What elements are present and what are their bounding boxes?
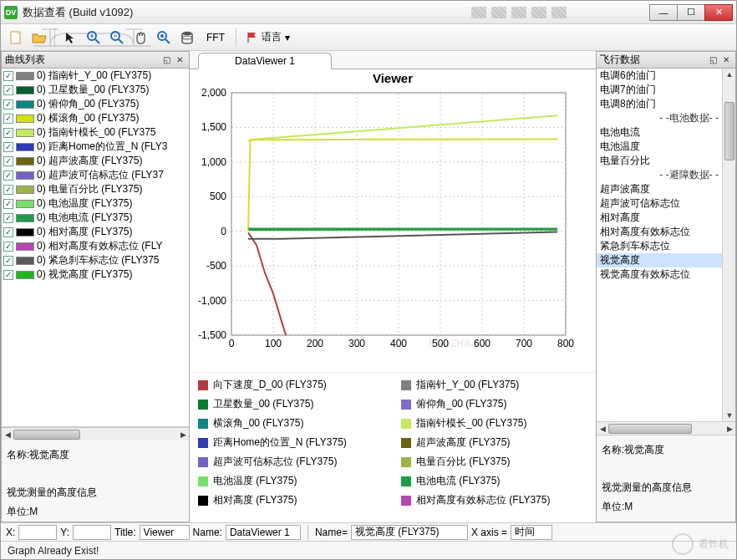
chart-area[interactable]: Viewer 0100200300400500600700800-1,500-1…	[190, 69, 596, 372]
titlebar[interactable]: DV 数据查看 (Build v1092) — ☐ ✕	[1, 1, 736, 24]
new-file-button[interactable]	[6, 28, 26, 48]
close-button[interactable]: ✕	[704, 4, 733, 21]
vertical-scrollbar[interactable]: ▲ ▼	[722, 69, 735, 421]
series-row[interactable]: ✓ 0) 相对高度 (FLY375)	[2, 225, 189, 239]
title-input[interactable]	[140, 525, 190, 540]
series-list[interactable]: ✓ 0) 指南针_Y_00 (FLY375)✓ 0) 卫星数量_00 (FLY3…	[2, 69, 189, 427]
checkbox-icon[interactable]: ✓	[3, 128, 13, 138]
series-row[interactable]: ✓ 0) 电池电流 (FLY375)	[2, 211, 189, 225]
series-row[interactable]: ✓ 0) 俯仰角_00 (FLY375)	[2, 97, 189, 111]
legend-item[interactable]: 超声波可信标志位 (FLY375)	[198, 455, 384, 469]
color-swatch	[16, 72, 34, 80]
legend-item[interactable]: 指南针_Y_00 (FLY375)	[401, 378, 587, 392]
legend-item[interactable]: 向下速度_D_00 (FLY375)	[198, 378, 384, 392]
scroll-right-icon[interactable]: ▶	[724, 422, 735, 435]
series-row[interactable]: ✓ 0) 紧急刹车标志位 (FLY375	[2, 253, 189, 267]
horizontal-scrollbar[interactable]: ◀ ▶	[2, 427, 189, 440]
legend-item[interactable]: 电池温度 (FLY375)	[198, 474, 384, 488]
series-row[interactable]: ✓ 0) 视觉高度 (FLY375)	[2, 267, 189, 282]
legend-item[interactable]: 卫星数量_00 (FLY375)	[198, 397, 384, 411]
name-input[interactable]	[226, 525, 301, 540]
flight-data-row[interactable]: 电调8的油门	[597, 97, 735, 111]
scroll-right-icon[interactable]: ▶	[177, 428, 189, 441]
flight-data-row[interactable]: 紧急刹车标志位	[597, 239, 735, 253]
series-row[interactable]: ✓ 0) 横滚角_00 (FLY375)	[2, 111, 189, 125]
legend-item[interactable]: 横滚角_00 (FLY375)	[198, 416, 384, 430]
legend-item[interactable]: 电量百分比 (FLY375)	[401, 455, 587, 469]
checkbox-icon[interactable]: ✓	[3, 142, 13, 152]
scrollbar-thumb[interactable]	[724, 102, 734, 160]
database-button[interactable]	[177, 28, 197, 48]
legend-item[interactable]: 电池电流 (FLY375)	[401, 474, 587, 488]
checkbox-icon[interactable]: ✓	[3, 270, 13, 280]
checkbox-icon[interactable]: ✓	[3, 71, 13, 81]
y-input[interactable]	[73, 525, 111, 540]
flight-data-row[interactable]: 视觉高度有效标志位	[597, 267, 735, 282]
chart-canvas[interactable]: 0100200300400500600700800-1,500-1,000-50…	[190, 84, 574, 360]
checkbox-icon[interactable]: ✓	[3, 171, 13, 181]
checkbox-icon[interactable]: ✓	[3, 199, 13, 209]
flight-data-row[interactable]: 视觉高度	[597, 253, 735, 267]
checkbox-icon[interactable]: ✓	[3, 85, 13, 95]
legend-item[interactable]: 俯仰角_00 (FLY375)	[401, 397, 587, 411]
legend-item[interactable]: 相对高度有效标志位 (FLY375)	[401, 493, 587, 507]
legend-item[interactable]: 相对高度 (FLY375)	[198, 493, 384, 507]
panel-float-button[interactable]: ◱	[707, 54, 719, 66]
checkbox-icon[interactable]: ✓	[3, 242, 13, 252]
cursor-tool-button[interactable]	[60, 28, 80, 48]
scrollbar-thumb[interactable]	[13, 430, 80, 440]
name2-input[interactable]	[351, 525, 468, 540]
legend-item[interactable]: 距离Home的位置_N (FLY375)	[198, 435, 384, 450]
flight-data-list[interactable]: 电调6的油门电调7的油门电调8的油门- -电池数据- -电池电流电池温度电量百分…	[597, 69, 735, 421]
scrollbar-thumb[interactable]	[608, 424, 692, 434]
scroll-left-icon[interactable]: ◀	[2, 428, 13, 441]
zoom-in-button[interactable]	[84, 28, 104, 48]
tab-dataviewer1[interactable]: DataViewer 1	[198, 53, 332, 69]
panel-float-button[interactable]: ◱	[160, 54, 172, 66]
series-row[interactable]: ✓ 0) 距离Home的位置_N (FLY3	[2, 140, 189, 154]
legend-item[interactable]: 指南针模长_00 (FLY375)	[401, 416, 587, 430]
panel-close-button[interactable]: ✕	[174, 54, 186, 66]
open-folder-button[interactable]	[29, 28, 49, 48]
checkbox-icon[interactable]: ✓	[3, 185, 13, 195]
scroll-left-icon[interactable]: ◀	[597, 422, 608, 435]
series-row[interactable]: ✓ 0) 相对高度有效标志位 (FLY	[2, 239, 189, 253]
flight-data-row[interactable]: 超声波高度	[597, 182, 735, 196]
language-menu[interactable]: 语言 ▾	[241, 30, 295, 44]
zoom-fit-button[interactable]	[154, 28, 174, 48]
checkbox-icon[interactable]: ✓	[3, 227, 13, 237]
panel-close-button[interactable]: ✕	[720, 54, 732, 66]
flight-data-row[interactable]: 相对高度有效标志位	[597, 225, 735, 239]
scroll-up-icon[interactable]: ▲	[723, 69, 735, 80]
checkbox-icon[interactable]: ✓	[3, 213, 13, 223]
series-row[interactable]: ✓ 0) 卫星数量_00 (FLY375)	[2, 83, 189, 97]
checkbox-icon[interactable]: ✓	[3, 114, 13, 124]
series-row[interactable]: ✓ 0) 指南针_Y_00 (FLY375)	[2, 69, 189, 83]
maximize-button[interactable]: ☐	[677, 4, 705, 21]
legend-item[interactable]: 超声波高度 (FLY375)	[401, 435, 587, 450]
checkbox-icon[interactable]: ✓	[3, 256, 13, 266]
fft-button[interactable]: FFT	[201, 28, 231, 48]
flight-data-row[interactable]: 电池电流	[597, 125, 735, 140]
series-row[interactable]: ✓ 0) 超声波高度 (FLY375)	[2, 154, 189, 168]
series-row[interactable]: ✓ 0) 指南针模长_00 (FLY375	[2, 125, 189, 140]
xaxis-input[interactable]	[511, 525, 552, 540]
flight-data-row[interactable]: 电调6的油门	[597, 69, 735, 83]
flight-data-row[interactable]: 电池温度	[597, 140, 735, 154]
series-row[interactable]: ✓ 0) 电量百分比 (FLY375)	[2, 182, 189, 196]
color-swatch	[16, 129, 34, 137]
series-row[interactable]: ✓ 0) 超声波可信标志位 (FLY37	[2, 168, 189, 182]
pan-tool-button[interactable]	[130, 28, 150, 48]
checkbox-icon[interactable]: ✓	[3, 99, 13, 109]
scroll-down-icon[interactable]: ▼	[723, 410, 735, 421]
horizontal-scrollbar[interactable]: ◀ ▶	[597, 421, 735, 435]
zoom-out-button[interactable]	[107, 28, 127, 48]
flight-data-row[interactable]: 相对高度	[597, 211, 735, 225]
checkbox-icon[interactable]: ✓	[3, 156, 13, 166]
flight-data-row[interactable]: 超声波可信标志位	[597, 196, 735, 211]
flight-data-row[interactable]: 电量百分比	[597, 154, 735, 168]
flight-data-row[interactable]: 电调7的油门	[597, 83, 735, 97]
series-row[interactable]: ✓ 0) 电池温度 (FLY375)	[2, 196, 189, 211]
x-input[interactable]	[18, 525, 57, 540]
minimize-button[interactable]: —	[649, 4, 678, 21]
